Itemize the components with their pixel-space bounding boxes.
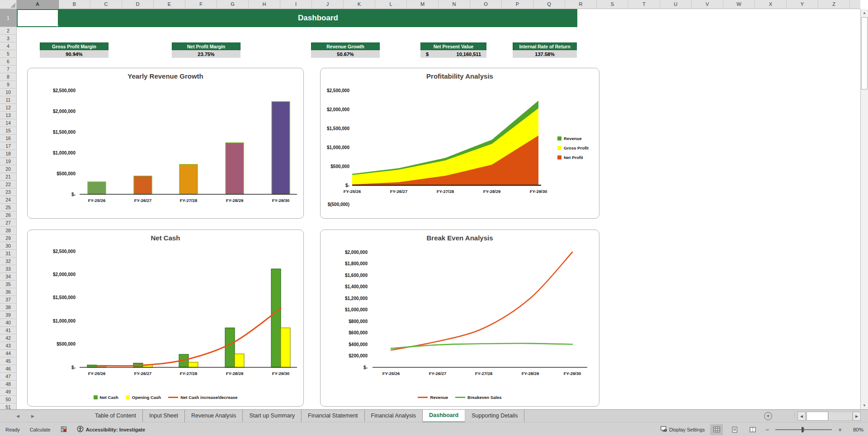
row-header-46[interactable]: 46 — [0, 365, 16, 373]
row-header-49[interactable]: 49 — [0, 388, 16, 396]
column-header-E[interactable]: E — [154, 0, 185, 9]
row-header-10[interactable]: 10 — [0, 89, 16, 96]
scroll-down-arrow[interactable]: ▼ — [861, 402, 868, 409]
new-sheet-button[interactable]: + — [764, 412, 772, 420]
vertical-scroll-thumb[interactable] — [861, 17, 868, 89]
legend-item-opening-cash[interactable]: Opening Cash — [126, 395, 161, 400]
column-header-Y[interactable]: Y — [787, 0, 818, 9]
row-header-4[interactable]: 4 — [0, 42, 16, 50]
row-header-42[interactable]: 42 — [0, 334, 16, 342]
bar-opening-cash-2[interactable] — [189, 362, 198, 367]
row-header-43[interactable]: 43 — [0, 342, 16, 350]
row-header-1[interactable]: 1 — [0, 9, 16, 27]
column-header-X[interactable]: X — [755, 0, 787, 9]
column-header-C[interactable]: C — [90, 0, 122, 9]
row-header-11[interactable]: 11 — [0, 96, 16, 104]
selected-cell-A1[interactable] — [17, 9, 59, 27]
column-header-O[interactable]: O — [470, 0, 502, 9]
row-header-23[interactable]: 23 — [0, 188, 16, 196]
row-header-2[interactable]: 2 — [0, 27, 16, 35]
tab-dashboard[interactable]: Dashboard — [423, 410, 465, 422]
row-header-40[interactable]: 40 — [0, 319, 16, 327]
chart-card-yearly-revenue-growth[interactable]: Yearly Revenue Growth$2,500,000$2,000,00… — [27, 68, 304, 219]
row-header-51[interactable]: 51 — [0, 403, 16, 409]
zoom-out-button[interactable]: − — [764, 426, 770, 433]
kpi-value-3[interactable]: $10,160,511 — [420, 50, 486, 58]
column-header-N[interactable]: N — [439, 0, 470, 9]
zoom-slider[interactable] — [775, 427, 832, 433]
bar-net-cash-4[interactable] — [271, 269, 281, 367]
row-header-26[interactable]: 26 — [0, 211, 16, 219]
tab-table-of-content[interactable]: Table of Content — [89, 410, 143, 422]
page-break-preview-button[interactable] — [746, 424, 759, 435]
kpi-label-2[interactable]: Revenue Growth — [311, 42, 380, 50]
row-header-48[interactable]: 48 — [0, 380, 16, 388]
row-header-45[interactable]: 45 — [0, 357, 16, 365]
bar-fy-29-30[interactable] — [272, 102, 290, 194]
row-header-20[interactable]: 20 — [0, 165, 16, 173]
legend-item-gross-profit[interactable]: Gross Profit — [557, 145, 599, 150]
row-header-33[interactable]: 33 — [0, 265, 16, 273]
row-header-21[interactable]: 21 — [0, 173, 16, 181]
tab-nav-right-icon[interactable]: ▶ — [31, 414, 34, 418]
column-header-K[interactable]: K — [344, 0, 375, 9]
row-header-47[interactable]: 47 — [0, 373, 16, 380]
row-header-31[interactable]: 31 — [0, 250, 16, 258]
row-header-25[interactable]: 25 — [0, 204, 16, 211]
bar-net-cash-0[interactable] — [87, 365, 97, 367]
row-header-15[interactable]: 15 — [0, 127, 16, 135]
row-header-18[interactable]: 18 — [0, 150, 16, 158]
column-header-S[interactable]: S — [597, 0, 628, 9]
select-all-corner[interactable] — [0, 0, 17, 9]
hscroll-left-arrow[interactable]: ◀ — [797, 412, 806, 421]
column-header-Z[interactable]: Z — [818, 0, 850, 9]
hscroll-right-arrow[interactable]: ▶ — [853, 412, 861, 421]
column-header-Q[interactable]: Q — [533, 0, 565, 9]
tab-financial-statement[interactable]: Financial Statement — [302, 410, 364, 422]
kpi-value-1[interactable]: 23.75% — [172, 50, 241, 58]
row-header-5[interactable]: 5 — [0, 50, 16, 58]
row-header-7[interactable]: 7 — [0, 66, 16, 73]
normal-view-button[interactable] — [710, 424, 723, 435]
vertical-scrollbar[interactable]: ▲ ▼ — [860, 9, 868, 409]
column-header-I[interactable]: I — [280, 0, 312, 9]
macro-record-icon[interactable] — [61, 426, 67, 433]
bar-net-cash-3[interactable] — [225, 328, 235, 367]
tab-revenue-analysis[interactable]: Revenue Analysis — [185, 410, 243, 422]
tab-nav-left-icon[interactable]: ◀ — [16, 414, 19, 418]
hscroll-thumb[interactable] — [807, 412, 828, 421]
line-breakeven-sales[interactable] — [391, 343, 572, 348]
column-header-R[interactable]: R — [565, 0, 597, 9]
legend-item-net-cash-increase-decrease[interactable]: Net Cash increase/decrease — [168, 395, 237, 400]
row-header-29[interactable]: 29 — [0, 234, 16, 242]
sheet-grid[interactable]: Dashboard Gross Profit Margin90.94%Net P… — [17, 9, 860, 409]
row-header-41[interactable]: 41 — [0, 327, 16, 334]
column-header-B[interactable]: B — [59, 0, 90, 9]
bar-fy-25-26[interactable] — [88, 182, 106, 194]
tab-start-up-summary[interactable]: Start up Summary — [243, 410, 302, 422]
kpi-label-3[interactable]: Net Present Value — [420, 42, 486, 50]
bar-fy-26-27[interactable] — [134, 176, 152, 195]
column-header-T[interactable]: T — [628, 0, 660, 9]
column-header-A[interactable]: A — [17, 0, 59, 9]
row-header-16[interactable]: 16 — [0, 135, 16, 142]
accessibility-status[interactable]: Accessibility: Investigate — [86, 427, 145, 432]
row-header-13[interactable]: 13 — [0, 112, 16, 119]
row-header-9[interactable]: 9 — [0, 81, 16, 89]
kpi-label-1[interactable]: Net Profit Margin — [172, 42, 241, 50]
row-header-19[interactable]: 19 — [0, 158, 16, 165]
column-header-L[interactable]: L — [375, 0, 407, 9]
column-header-U[interactable]: U — [660, 0, 692, 9]
kpi-value-2[interactable]: 50.67% — [311, 50, 380, 58]
row-header-22[interactable]: 22 — [0, 181, 16, 188]
row-header-32[interactable]: 32 — [0, 258, 16, 265]
bar-fy-27-28[interactable] — [179, 164, 198, 194]
status-calculate[interactable]: Calculate — [30, 427, 51, 432]
column-header-D[interactable]: D — [122, 0, 154, 9]
column-header-W[interactable]: W — [723, 0, 755, 9]
bar-opening-cash-4[interactable] — [281, 328, 290, 367]
zoom-in-button[interactable]: + — [837, 426, 843, 433]
scroll-up-arrow[interactable]: ▲ — [861, 9, 868, 17]
tab-financial-analysis[interactable]: Financial Analysis — [365, 410, 423, 422]
column-header-J[interactable]: J — [312, 0, 344, 9]
